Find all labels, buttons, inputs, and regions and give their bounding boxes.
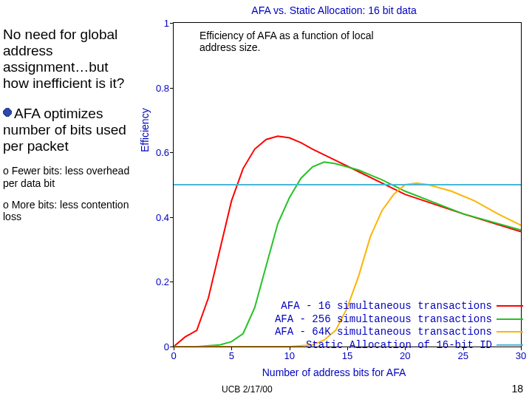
y-tick: 0 [149,341,169,352]
x-tick: 30 [516,350,526,361]
x-tick: 20 [400,350,410,361]
footer-page-number: 18 [511,383,523,395]
legend-item: AFA - 16 simultaneous transactions [275,300,523,313]
footer-date: UCB 2/17/00 [222,384,273,395]
legend-item: AFA - 64K simultaneous transactions [275,326,523,339]
y-tick: 0.8 [149,82,169,93]
legend-swatch [497,331,523,332]
diamond-icon [3,104,12,113]
x-tick: 10 [284,350,294,361]
legend-swatch [497,305,523,307]
legend-item: Static Allocation of 16-bit ID [275,339,523,352]
sidebar-sub-1: o Fewer bits: less overhead per data bit [3,165,136,190]
x-axis-label: Number of address bits for AFA [139,366,529,378]
y-axis-label: Efficiency [139,108,151,152]
svg-rect-0 [3,108,12,117]
slide-root: No need for global address assignment…bu… [0,0,532,399]
sidebar-bullet-1-text: AFA optimizes number of bits used per pa… [3,106,126,154]
y-tick: 0.6 [149,147,169,158]
x-tick: 0 [171,350,176,361]
y-tick: 1 [149,18,169,29]
sidebar-bullet-1: AFA optimizes number of bits used per pa… [3,104,136,154]
legend-label: AFA - 256 simultaneous transactions [275,313,492,325]
sidebar-heading: No need for global address assignment…bu… [3,27,136,91]
x-tick: 15 [342,350,352,361]
legend-label: AFA - 16 simultaneous transactions [281,300,492,312]
legend: AFA - 16 simultaneous transactionsAFA - … [275,300,523,352]
legend-swatch [497,318,523,320]
chart-caption: Efficiency of AFA as a function of local… [200,30,399,53]
legend-label: AFA - 64K simultaneous transactions [275,326,492,338]
y-tick: 0.2 [149,276,169,287]
legend-swatch [497,344,523,346]
sidebar-sub-2: o More bits: less contention loss [3,199,136,224]
x-tick: 25 [457,350,468,361]
plot-area: 05101520253000.20.40.60.81 [173,22,522,347]
legend-label: Static Allocation of 16-bit ID [306,339,492,351]
y-tick: 0.4 [149,211,169,222]
legend-item: AFA - 256 simultaneous transactions [275,313,523,327]
chart-title: AFA vs. Static Allocation: 16 bit data [139,4,529,16]
chart-lines [174,23,521,347]
sidebar: No need for global address assignment…bu… [3,27,136,232]
x-tick: 5 [229,350,234,361]
